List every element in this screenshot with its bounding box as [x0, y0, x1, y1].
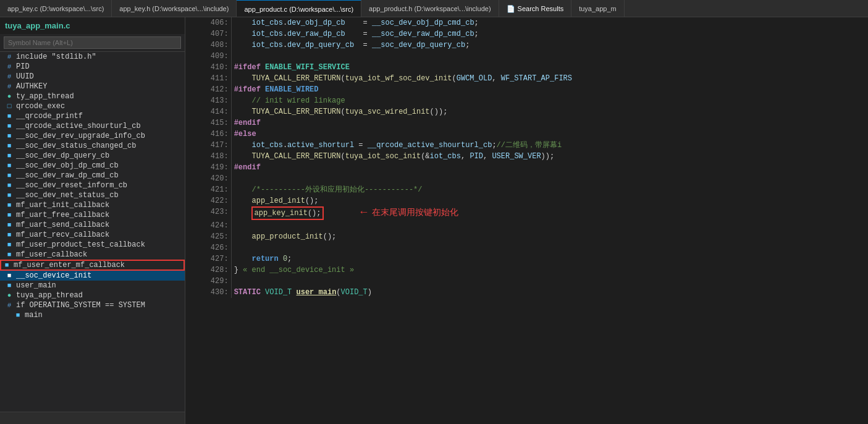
- line-number: 416:: [185, 129, 231, 140]
- code-line-407: 407: iot_cbs.dev_raw_dp_cb = __soc_dev_r…: [185, 28, 868, 40]
- tab-app-key-h[interactable]: app_key.h (D:\workspace\...\include): [112, 0, 237, 17]
- line-number: 413:: [185, 95, 231, 106]
- line-number: 429:: [185, 276, 231, 287]
- code-line-411: 411: TUYA_CALL_ERR_RETURN(tuya_iot_wf_so…: [185, 73, 868, 84]
- sidebar-item-soc-device-init[interactable]: ■ __soc_device_init: [0, 271, 185, 281]
- hash-icon: #: [5, 63, 14, 70]
- hash-icon: #: [5, 302, 14, 309]
- square-icon: ■: [5, 152, 14, 159]
- sidebar-symbol-list: # include "stdlib.h" # PID # UUID # AUTH…: [0, 52, 185, 412]
- sidebar-item-mf-user-enter-mf[interactable]: ■ mf_user_enter_mf_callback: [0, 260, 185, 271]
- sidebar-item-ty-app-thread[interactable]: ● ty_app_thread: [0, 91, 185, 101]
- sidebar-item-qrcode-active[interactable]: ■ __qrcode_active_shourturl_cb: [0, 121, 185, 131]
- sidebar-item-soc-dev-raw-dp[interactable]: ■ __soc_dev_raw_dp_cmd_cb: [0, 171, 185, 180]
- line-number: 407:: [185, 28, 231, 40]
- sidebar-item-authkey[interactable]: # AUTHKEY: [0, 82, 185, 91]
- line-content: STATIC VOID_T user_main(VOID_T): [231, 287, 868, 298]
- sidebar-item-mf-user-callback[interactable]: ■ mf_user_callback: [0, 250, 185, 260]
- tab-app-product-h[interactable]: app_product.h (D:\workspace\...\include): [361, 0, 499, 17]
- line-number: 422:: [185, 195, 231, 206]
- square-icon: ■: [5, 172, 14, 179]
- sidebar-item-user-main[interactable]: ■ user_main: [0, 281, 185, 290]
- sidebar-item-soc-dev-net[interactable]: ■ __soc_dev_net_status_cb: [0, 190, 185, 200]
- code-line-419: 419: #endif: [185, 162, 868, 173]
- sidebar-item-mf-uart-free[interactable]: ■ mf_uart_free_callback: [0, 210, 185, 220]
- code-line-423: 423: app_key_init();←在末尾调用按键初始化: [185, 206, 868, 220]
- line-content: #else: [231, 129, 868, 140]
- sidebar-footer: [0, 412, 185, 424]
- code-line-416: 416: #else: [185, 129, 868, 140]
- square-icon: ■: [5, 142, 14, 150]
- main-layout: tuya_app_main.c # include "stdlib.h" # P…: [0, 17, 868, 424]
- line-content: [231, 220, 868, 231]
- line-number: 420:: [185, 173, 231, 184]
- square-icon: ■: [5, 272, 14, 279]
- line-number: 419:: [185, 162, 231, 173]
- hash-icon: #: [5, 83, 14, 90]
- sidebar-item-soc-dev-reset[interactable]: ■ __soc_dev_reset_inform_cb: [0, 180, 185, 190]
- line-content: [231, 173, 868, 184]
- line-number: 428:: [185, 265, 231, 276]
- sidebar-item-pid[interactable]: # PID: [0, 62, 185, 72]
- tab-app-product-c[interactable]: app_product.c (D:\workspace\...\src): [237, 0, 361, 17]
- square-icon: ■: [5, 231, 14, 239]
- square-icon: ■: [5, 282, 14, 289]
- tab-label: app_key.h (D:\workspace\...\include): [119, 5, 229, 12]
- square-icon: □: [5, 103, 14, 110]
- code-line-406: 406: iot_cbs.dev_obj_dp_cb = __soc_dev_o…: [185, 17, 868, 28]
- sidebar-item-qrcode-exec[interactable]: □ qrcode_exec: [0, 101, 185, 111]
- sidebar-item-qrcode-printf[interactable]: ■ __qrcode_printf: [0, 111, 185, 121]
- tab-bar: app_key.c (D:\workspace\...\src) app_key…: [0, 0, 868, 17]
- sidebar-item-include[interactable]: # include "stdlib.h": [0, 52, 185, 62]
- code-line-413: 413: // init wired linkage: [185, 95, 868, 106]
- sidebar-item-main[interactable]: ■ main: [0, 310, 185, 320]
- sidebar-item-soc-dev-obj-dp[interactable]: ■ __soc_dev_obj_dp_cmd_cb: [0, 161, 185, 171]
- dot-icon: ●: [5, 292, 14, 299]
- line-content: TUYA_CALL_ERR_RETURN(tuya_iot_soc_init(&…: [231, 151, 868, 162]
- sidebar-item-mf-uart-send[interactable]: ■ mf_uart_send_callback: [0, 220, 185, 230]
- code-line-420: 420:: [185, 173, 868, 184]
- line-content: } « end __soc_device_init »: [231, 265, 868, 276]
- square-icon: ■: [14, 312, 22, 319]
- line-content: #endif: [231, 117, 868, 129]
- sidebar-title: tuya_app_main.c: [0, 17, 185, 34]
- dot-icon: ●: [5, 93, 14, 100]
- code-line-414: 414: TUYA_CALL_ERR_RETURN(tuya_svc_wired…: [185, 106, 868, 117]
- line-number: 409:: [185, 51, 231, 62]
- code-line-415: 415: #endif: [185, 117, 868, 129]
- tab-search-results[interactable]: 📄 Search Results: [499, 0, 572, 17]
- code-line-426: 426:: [185, 242, 868, 253]
- sidebar-item-if-operating-system[interactable]: # if OPERATING_SYSTEM == SYSTEM: [0, 300, 185, 310]
- square-icon: ■: [5, 211, 14, 219]
- line-content: /*----------外设和应用初始化-----------*/: [231, 184, 868, 195]
- code-area: 406: iot_cbs.dev_obj_dp_cb = __soc_dev_o…: [185, 17, 868, 424]
- square-icon: ■: [2, 261, 11, 269]
- tab-app-key-c[interactable]: app_key.c (D:\workspace\...\src): [0, 0, 112, 17]
- sidebar-item-soc-dev-status[interactable]: ■ __soc_dev_status_changed_cb: [0, 141, 185, 151]
- line-number: 423:: [185, 206, 231, 220]
- sidebar-item-soc-dev-dp-query[interactable]: ■ __soc_dev_dp_query_cb: [0, 151, 185, 161]
- tab-tuya-app-m[interactable]: tuya_app_m: [571, 0, 625, 17]
- code-line-410: 410: #ifdef ENABLE_WIFI_SERVICE: [185, 62, 868, 73]
- line-content: [231, 51, 868, 62]
- line-number: 425:: [185, 231, 231, 242]
- code-line-424: 424:: [185, 220, 868, 231]
- sidebar-item-soc-dev-rev[interactable]: ■ __soc_dev_rev_upgrade_info_cb: [0, 131, 185, 141]
- sidebar-item-tuya-app-thread[interactable]: ● tuya_app_thread: [0, 290, 185, 300]
- sidebar-item-mf-uart-init[interactable]: ■ mf_uart_init_callback: [0, 200, 185, 210]
- line-content: app_product_init();: [231, 231, 868, 242]
- symbol-search-input[interactable]: [4, 36, 181, 49]
- line-number: 424:: [185, 220, 231, 231]
- sidebar-item-mf-uart-recv[interactable]: ■ mf_uart_recv_callback: [0, 230, 185, 240]
- sidebar-item-uuid[interactable]: # UUID: [0, 72, 185, 82]
- line-number: 421:: [185, 184, 231, 195]
- hash-icon: #: [5, 53, 14, 61]
- line-content: iot_cbs.dev_dp_query_cb = __soc_dev_dp_q…: [231, 40, 868, 51]
- sidebar-item-mf-user-product-test[interactable]: ■ mf_user_product_test_callback: [0, 240, 185, 250]
- line-number: 412:: [185, 84, 231, 95]
- line-content: iot_cbs.active_shorturl = __qrcode_activ…: [231, 140, 868, 151]
- line-content: #endif: [231, 162, 868, 173]
- square-icon: ■: [5, 182, 14, 189]
- tab-label: tuya_app_m: [579, 5, 617, 12]
- code-content[interactable]: 406: iot_cbs.dev_obj_dp_cb = __soc_dev_o…: [185, 17, 868, 424]
